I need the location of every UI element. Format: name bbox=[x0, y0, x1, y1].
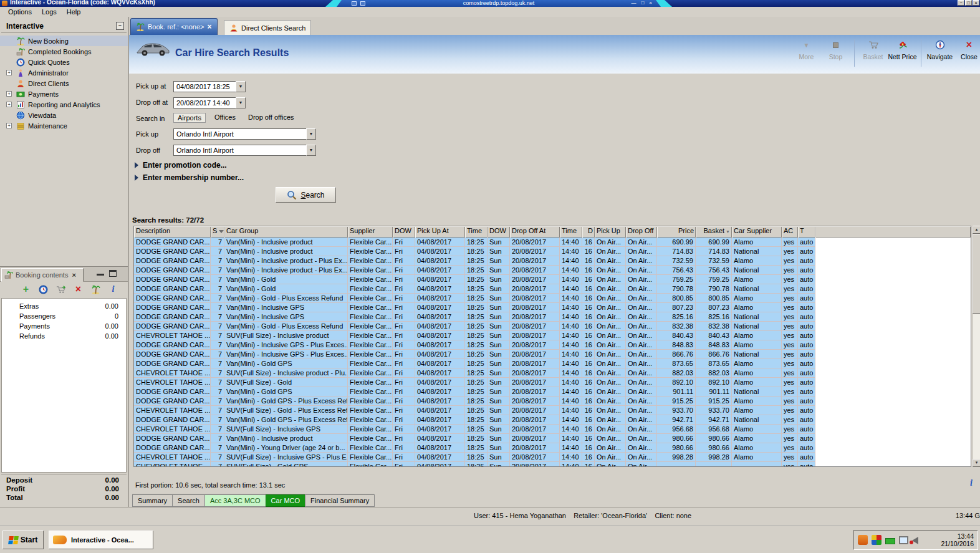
menu-logs[interactable]: Logs bbox=[37, 7, 61, 16]
table-row[interactable]: DODGE GRAND CAR... 7 Van(Mini) - Inclusi… bbox=[134, 434, 971, 443]
info-icon[interactable]: i bbox=[966, 478, 976, 489]
panel-minimize-icon[interactable] bbox=[97, 270, 104, 276]
tree-expander-icon[interactable]: + bbox=[6, 91, 12, 97]
sidebar-collapse-button[interactable]: − bbox=[116, 22, 124, 30]
promotion-code-expander[interactable]: Enter promotion code... bbox=[135, 161, 227, 170]
scrollbar-thumb[interactable] bbox=[973, 234, 980, 314]
taskbar-window-button[interactable]: Interactive - Ocea... bbox=[49, 531, 153, 549]
sidebar-item[interactable]: + Payments bbox=[0, 89, 128, 99]
col-s[interactable]: S bbox=[211, 226, 224, 238]
sidebar-item[interactable]: + Completed Bookings bbox=[0, 46, 128, 57]
basket-button[interactable]: Basket bbox=[858, 38, 888, 60]
panel-maximize-icon[interactable] bbox=[109, 270, 117, 277]
delete-icon[interactable]: × bbox=[74, 285, 83, 294]
menu-help[interactable]: Help bbox=[62, 7, 85, 16]
chevron-down-icon[interactable]: ▼ bbox=[236, 97, 246, 108]
stop-button[interactable]: Stop bbox=[821, 38, 850, 60]
sidebar-item[interactable]: + Viewdata bbox=[0, 110, 128, 120]
booking-contents-tab[interactable]: Booking contents × bbox=[1, 268, 84, 282]
table-row[interactable]: CHEVROLET TAHOE ... 7 SUV(Full Size) - G… bbox=[134, 406, 971, 415]
sidebar-item[interactable]: + Maintenance bbox=[0, 120, 128, 131]
bottom-tab[interactable]: Car MCO bbox=[266, 494, 305, 507]
bottom-tab[interactable]: Acc 3A,3C MCO bbox=[204, 494, 266, 507]
bottom-tab[interactable]: Search bbox=[172, 494, 205, 507]
col-time-dropoff[interactable]: Time bbox=[560, 226, 582, 238]
search-button[interactable]: Search bbox=[276, 187, 336, 203]
col-basket[interactable]: Basket▼ bbox=[696, 226, 732, 238]
table-row[interactable]: DODGE GRAND CAR... 7 Van(Mini) - Inclusi… bbox=[134, 340, 971, 350]
bottom-tab[interactable]: Summary bbox=[132, 494, 173, 507]
table-row[interactable]: DODGE GRAND CAR... 7 Van(Mini) - Inclusi… bbox=[134, 247, 971, 256]
pickup-dropdown[interactable]: Orlando Intl Airport ▼ bbox=[173, 128, 316, 140]
table-row[interactable]: DODGE GRAND CAR... 7 Van(Mini) - Inclusi… bbox=[134, 350, 971, 359]
booking-list-item[interactable]: Refunds 0.00 bbox=[2, 332, 126, 342]
antivirus-icon[interactable] bbox=[872, 535, 882, 545]
col-car-group[interactable]: Car Group bbox=[224, 226, 348, 238]
scroll-up-icon[interactable]: ▲ bbox=[973, 226, 980, 234]
table-row[interactable]: DODGE GRAND CAR... 7 Van(Mini) - Inclusi… bbox=[134, 256, 971, 266]
dropoff-dropdown[interactable]: Orlando Intl Airport ▼ bbox=[173, 145, 316, 156]
pickup-at-field[interactable]: 04/08/2017 18:25 ▼ bbox=[173, 81, 246, 92]
search-in-option[interactable]: Offices bbox=[211, 113, 239, 123]
rdp-restore-button[interactable]: □ bbox=[641, 0, 644, 6]
table-row[interactable]: CHEVROLET TAHOE ... 7 SUV(Full Size) - G… bbox=[134, 378, 971, 387]
network-card-icon[interactable] bbox=[885, 538, 895, 544]
col-pick-up-at[interactable]: Pick Up At bbox=[415, 226, 465, 238]
col-price[interactable]: Price bbox=[657, 226, 696, 238]
col-dow-dropoff[interactable]: DOW bbox=[488, 226, 510, 238]
col-pick-up[interactable]: Pick Up bbox=[595, 226, 626, 238]
tab-close-icon[interactable]: × bbox=[208, 22, 212, 31]
window-close-button[interactable]: × bbox=[973, 0, 979, 6]
table-row[interactable]: CHEVROLET TAHOE ... 7 SUV(Full Size) - I… bbox=[134, 425, 971, 434]
display-icon[interactable] bbox=[899, 536, 908, 544]
sidebar-item[interactable]: + Quick Quotes bbox=[0, 57, 128, 67]
menu-options[interactable]: Options bbox=[4, 7, 36, 16]
nett-price-button[interactable]: Nett Price bbox=[888, 38, 917, 60]
booking-list-item[interactable]: Passengers 0 bbox=[2, 312, 126, 322]
start-button[interactable]: Start bbox=[2, 531, 44, 549]
col-drop-off-at[interactable]: Drop Off At bbox=[510, 226, 560, 238]
tree-expander-icon[interactable]: + bbox=[6, 102, 12, 107]
table-row[interactable]: DODGE GRAND CAR... 7 Van(Mini) - Inclusi… bbox=[134, 266, 971, 275]
sidebar-item[interactable]: + New Booking bbox=[0, 36, 128, 46]
col-t[interactable]: T bbox=[798, 226, 815, 238]
close-button[interactable]: × Close bbox=[954, 38, 980, 60]
navigate-button[interactable]: Navigate bbox=[925, 38, 954, 60]
booking-tab-close-icon[interactable]: × bbox=[72, 271, 75, 279]
java-icon[interactable] bbox=[858, 535, 868, 545]
table-row[interactable]: DODGE GRAND CAR... 7 Van(Mini) - Gold - … bbox=[134, 294, 971, 303]
tab-booking-ref[interactable]: Book. ref.: <none> × bbox=[130, 18, 218, 35]
tree-expander-icon[interactable]: + bbox=[6, 123, 12, 128]
rdp-minimize-button[interactable]: — bbox=[631, 0, 636, 6]
scroll-down-icon[interactable]: ▼ bbox=[973, 459, 980, 467]
col-time-pickup[interactable]: Time bbox=[465, 226, 488, 238]
sidebar-item[interactable]: + Direct Clients bbox=[0, 78, 128, 89]
palm-icon[interactable] bbox=[91, 285, 100, 294]
filter-icon[interactable] bbox=[219, 230, 224, 233]
col-dow-pickup[interactable]: DOW bbox=[393, 226, 415, 238]
tab-direct-clients-search[interactable]: Direct Clients Search bbox=[224, 20, 311, 35]
chevron-down-icon[interactable]: ▼ bbox=[306, 128, 316, 140]
refresh-clock-icon[interactable] bbox=[39, 285, 48, 294]
table-row[interactable]: DODGE GRAND CAR... 7 Van(Mini) - Gold GP… bbox=[134, 415, 971, 425]
window-maximize-button[interactable]: □ bbox=[965, 0, 972, 6]
vertical-scrollbar[interactable]: ▲ ▼ bbox=[972, 226, 980, 467]
table-row[interactable]: DODGE GRAND CAR... 7 Van(Mini) - Young D… bbox=[134, 443, 971, 453]
volume-muted-icon[interactable] bbox=[912, 537, 918, 544]
info-icon[interactable]: i bbox=[108, 285, 118, 294]
table-row[interactable]: CHEVROLET TAHOE ... 7 SUV(Full Size) - I… bbox=[134, 453, 971, 462]
rdp-close-button[interactable]: × bbox=[649, 0, 652, 6]
table-row[interactable]: CHEVROLET TAHOE ... 7 SUV(Full Size) - I… bbox=[134, 331, 971, 340]
sidebar-item[interactable]: + Reporting and Analytics bbox=[0, 99, 128, 110]
membership-number-expander[interactable]: Enter membership number... bbox=[135, 173, 244, 182]
col-description[interactable]: Description bbox=[134, 226, 211, 238]
tray-clock[interactable]: 13:44 21/10/2016 bbox=[941, 532, 974, 547]
table-row[interactable]: DODGE GRAND CAR... 7 Van(Mini) - Gold GP… bbox=[134, 397, 971, 406]
table-row[interactable]: DODGE GRAND CAR... 7 Van(Mini) - Inclusi… bbox=[134, 238, 971, 247]
sidebar-item[interactable]: + Administrator bbox=[0, 67, 128, 78]
col-ac[interactable]: AC bbox=[782, 226, 798, 238]
more-button[interactable]: ▼ More bbox=[792, 38, 821, 60]
col-days[interactable]: D bbox=[582, 226, 595, 238]
add-icon[interactable]: + bbox=[21, 285, 31, 294]
chevron-down-icon[interactable]: ▼ bbox=[236, 81, 246, 92]
